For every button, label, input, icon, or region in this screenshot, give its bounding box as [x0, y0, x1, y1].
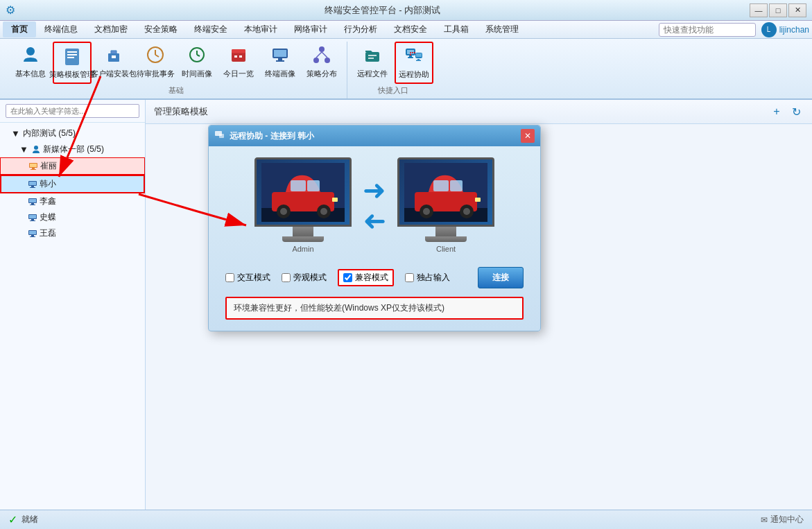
- titlebar: ⚙ 终端安全管控平台 - 内部测试 — □ ✕: [0, 0, 812, 21]
- svg-rect-56: [29, 231, 36, 234]
- exclusive-mode-label: 独占输入: [417, 272, 450, 284]
- content-title: 管理策略模板: [154, 105, 208, 118]
- menu-behavior[interactable]: 行为分析: [336, 21, 386, 37]
- exclusive-mode-checkbox[interactable]: [405, 273, 414, 282]
- menu-doc-security[interactable]: 文档安全: [386, 21, 435, 37]
- ribbon-btn-remote-file[interactable]: 远程文件: [353, 42, 392, 83]
- compatible-mode-checkbox[interactable]: [343, 273, 352, 282]
- ribbon-btn-terminal-img[interactable]: 终端画像: [261, 42, 300, 83]
- bystander-mode-checkbox[interactable]: [282, 273, 291, 282]
- notification-label[interactable]: 通知中心: [770, 514, 804, 526]
- content-header: 管理策略模板 + ↻: [146, 100, 812, 124]
- svg-rect-36: [417, 59, 420, 60]
- client-pkg-icon: [104, 45, 123, 67]
- tree-item-user3[interactable]: 李鑫: [0, 193, 145, 209]
- ribbon-btn-time-img[interactable]: 时间画像: [178, 42, 216, 83]
- svg-rect-17: [239, 55, 242, 58]
- menu-network-audit[interactable]: 网络审计: [286, 21, 336, 37]
- status-right: ✉ 通知中心: [761, 514, 804, 526]
- interactive-mode-option[interactable]: 交互模式: [225, 272, 270, 284]
- svg-rect-40: [30, 164, 37, 167]
- tree-item-user5[interactable]: 王磊: [0, 225, 145, 241]
- tree-item-user3-label: 李鑫: [40, 196, 56, 207]
- user-info: L lijinchan: [761, 22, 809, 37]
- today-icon: [229, 45, 248, 67]
- svg-point-70: [320, 208, 327, 215]
- dialog-close-button[interactable]: ✕: [521, 129, 535, 143]
- svg-rect-53: [31, 219, 34, 220]
- menu-tools[interactable]: 工具箱: [435, 21, 477, 37]
- menu-local-audit[interactable]: 本地审计: [236, 21, 286, 37]
- admin-car-display: [261, 163, 345, 222]
- ribbon-btn-client-pkg[interactable]: 客户端安装包: [94, 42, 133, 83]
- admin-screen: [257, 159, 349, 225]
- refresh-button[interactable]: ↻: [788, 104, 804, 119]
- svg-rect-76: [450, 180, 463, 191]
- svg-rect-14: [232, 49, 245, 53]
- svg-point-24: [325, 58, 330, 63]
- sidebar-search-area: [0, 100, 145, 123]
- username: lijinchan: [779, 25, 809, 35]
- svg-rect-81: [475, 198, 481, 202]
- tree-item-user2[interactable]: 韩小: [0, 175, 145, 193]
- close-button[interactable]: ✕: [788, 3, 806, 17]
- ribbon-btn-basic-info[interactable]: 基本信息: [11, 42, 50, 83]
- tree-item-user2-label: 韩小: [40, 178, 56, 190]
- ribbon-group-basic: 基本信息 策略模板管理: [6, 42, 347, 98]
- connect-button[interactable]: 连接: [478, 267, 524, 288]
- bystander-mode-option[interactable]: 旁观模式: [282, 272, 327, 284]
- right-arrow-icon: ➜: [363, 176, 386, 204]
- svg-rect-6: [112, 55, 116, 58]
- compatible-mode-label: 兼容模式: [355, 272, 388, 284]
- svg-line-25: [316, 52, 322, 58]
- status-left: ✓ 就绪: [8, 513, 38, 526]
- svg-rect-44: [29, 182, 36, 185]
- menu-terminal-security[interactable]: 终端安全: [186, 21, 236, 37]
- sidebar-search-input[interactable]: [6, 104, 139, 118]
- svg-line-9: [155, 55, 159, 57]
- distribute-label: 策略分布: [306, 69, 337, 79]
- svg-point-22: [319, 46, 325, 52]
- ribbon-btn-remote-help[interactable]: 远程协助: [395, 42, 433, 84]
- menu-home[interactable]: 首页: [3, 21, 36, 37]
- today-label: 今日一览: [223, 69, 254, 79]
- quick-search-input[interactable]: [659, 23, 756, 37]
- arrows-center: ➜ ➜: [363, 176, 386, 234]
- app-icon: ⚙: [6, 3, 15, 17]
- menu-sys-admin[interactable]: 系统管理: [477, 21, 527, 37]
- info-text: 环境兼容性更好，但性能较差(Windows XP仅支持该模式): [234, 303, 444, 313]
- client-pkg-label: 客户端安装包: [91, 69, 137, 79]
- add-button[interactable]: +: [769, 104, 784, 119]
- svg-point-80: [463, 208, 470, 215]
- compatible-mode-option[interactable]: 兼容模式: [338, 269, 394, 286]
- info-box: 环境兼容性更好，但性能较差(Windows XP仅支持该模式): [225, 297, 524, 320]
- svg-rect-46: [30, 187, 35, 188]
- tree-item-root[interactable]: ▼ 内部测试 (5/5): [0, 125, 145, 141]
- window-title: 终端安全管控平台 - 内部测试: [15, 4, 750, 17]
- minimize-button[interactable]: —: [750, 3, 768, 17]
- maximize-button[interactable]: □: [769, 3, 787, 17]
- ribbon-btn-pending[interactable]: 待审批事务: [136, 42, 175, 83]
- remote-help-label: 远程协助: [399, 69, 429, 80]
- ribbon-btn-distribute[interactable]: 策略分布: [302, 42, 341, 83]
- svg-rect-42: [31, 169, 36, 170]
- tree-item-user4[interactable]: 史蝶: [0, 209, 145, 225]
- tree-item-dept1[interactable]: ▼ 新媒体一部 (5/5): [0, 141, 145, 157]
- menu-terminal-info[interactable]: 终端信息: [36, 21, 86, 37]
- exclusive-mode-option[interactable]: 独占输入: [405, 272, 450, 284]
- terminal-icon-4: [28, 213, 37, 223]
- client-monitor: [397, 157, 494, 227]
- svg-rect-21: [276, 60, 284, 62]
- tree-item-user1[interactable]: 崔丽: [0, 157, 145, 175]
- interactive-mode-checkbox[interactable]: [225, 273, 234, 282]
- ribbon-btn-policy-mgr[interactable]: 策略模板管理: [53, 42, 92, 84]
- svg-rect-54: [30, 220, 35, 221]
- remote-file-label: 远程文件: [357, 69, 388, 79]
- dialog-title-icon: [214, 130, 225, 141]
- menu-security-policy[interactable]: 安全策略: [136, 21, 186, 37]
- basic-info-icon: [21, 45, 40, 67]
- menu-doc-encrypt[interactable]: 文档加密: [86, 21, 136, 37]
- ribbon-btn-today[interactable]: 今日一览: [219, 42, 258, 83]
- svg-point-38: [34, 146, 38, 150]
- svg-rect-61: [219, 134, 224, 138]
